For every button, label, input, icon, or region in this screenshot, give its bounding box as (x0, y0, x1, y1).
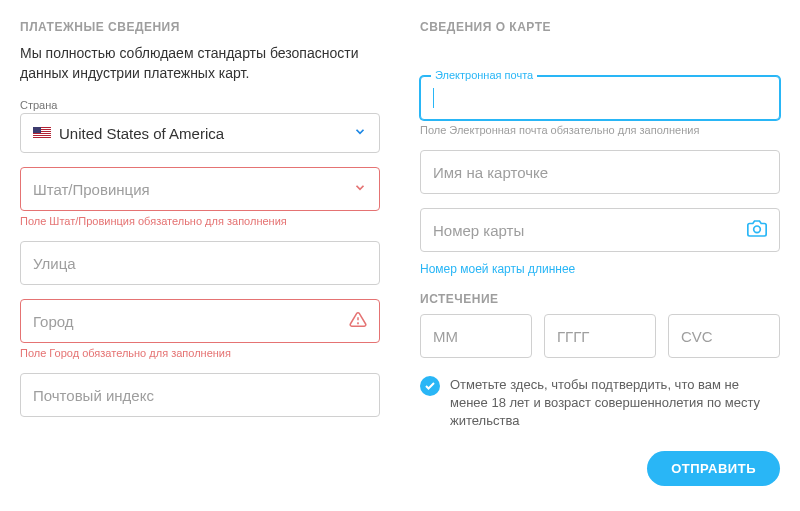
cardnumber-input[interactable]: Номер карты (420, 208, 780, 252)
warning-icon (349, 311, 367, 332)
state-error: Поле Штат/Провинция обязательно для запо… (20, 215, 380, 227)
text-caret (433, 88, 434, 108)
street-input[interactable]: Улица (20, 241, 380, 285)
city-placeholder: Город (33, 313, 74, 330)
cvc-input[interactable]: CVC (668, 314, 780, 358)
cardnumber-field-wrap: Номер карты (420, 208, 780, 252)
yyyy-input[interactable]: ГГГГ (544, 314, 656, 358)
street-field-wrap: Улица (20, 241, 380, 285)
expiry-row: MM ГГГГ CVC (420, 314, 780, 358)
submit-button[interactable]: ОТПРАВИТЬ (647, 451, 780, 486)
cardname-input[interactable]: Имя на карточке (420, 150, 780, 194)
email-label: Электронная почта (431, 69, 537, 81)
card-title: СВЕДЕНИЯ О КАРТЕ (420, 20, 780, 34)
age-confirm-text: Отметьте здесь, чтобы подтвердить, что в… (450, 376, 780, 431)
mm-input[interactable]: MM (420, 314, 532, 358)
cardnumber-placeholder: Номер карты (433, 222, 524, 239)
card-details-column: СВЕДЕНИЯ О КАРТЕ Электронная почта Поле … (400, 20, 780, 511)
country-label: Страна (20, 99, 380, 111)
cvc-placeholder: CVC (681, 328, 713, 345)
age-confirm-row: Отметьте здесь, чтобы подтвердить, что в… (420, 376, 780, 431)
email-input[interactable]: Электронная почта (420, 76, 780, 120)
email-helper: Поле Электронная почта обязательно для з… (420, 124, 780, 136)
state-placeholder: Штат/Провинция (33, 181, 150, 198)
camera-icon[interactable] (747, 219, 767, 242)
chevron-down-icon (353, 181, 367, 198)
mm-placeholder: MM (433, 328, 458, 345)
zip-input[interactable]: Почтовый индекс (20, 373, 380, 417)
cardname-placeholder: Имя на карточке (433, 164, 548, 181)
country-field-wrap: Страна United States of America (20, 99, 380, 153)
payment-details-column: ПЛАТЕЖНЫЕ СВЕДЕНИЯ Мы полностью соблюдае… (20, 20, 400, 511)
zip-placeholder: Почтовый индекс (33, 387, 154, 404)
country-value: United States of America (59, 125, 224, 142)
age-confirm-checkbox[interactable] (420, 376, 440, 396)
city-error: Поле Город обязательно для заполнения (20, 347, 380, 359)
city-input[interactable]: Город (20, 299, 380, 343)
email-field-wrap: Электронная почта Поле Электронная почта… (420, 76, 780, 136)
state-select[interactable]: Штат/Провинция (20, 167, 380, 211)
svg-point-1 (358, 323, 359, 324)
yyyy-placeholder: ГГГГ (557, 328, 590, 345)
payment-subtext: Мы полностью соблюдаем стандарты безопас… (20, 44, 380, 83)
cardname-field-wrap: Имя на карточке (420, 150, 780, 194)
city-field-wrap: Город Поле Город обязательно для заполне… (20, 299, 380, 359)
longer-card-link[interactable]: Номер моей карты длиннее (420, 262, 780, 276)
payment-title: ПЛАТЕЖНЫЕ СВЕДЕНИЯ (20, 20, 380, 34)
svg-point-2 (754, 226, 761, 233)
chevron-down-icon (353, 125, 367, 142)
street-placeholder: Улица (33, 255, 76, 272)
expiry-label: ИСТЕЧЕНИЕ (420, 292, 780, 306)
state-field-wrap: Штат/Провинция Поле Штат/Провинция обяза… (20, 167, 380, 227)
country-select[interactable]: United States of America (20, 113, 380, 153)
zip-field-wrap: Почтовый индекс (20, 373, 380, 417)
us-flag-icon (33, 127, 51, 139)
